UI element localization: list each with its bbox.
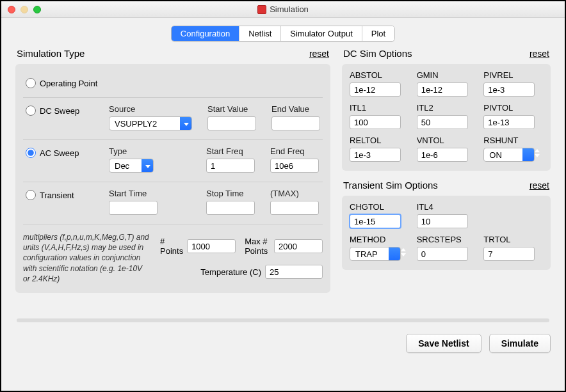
ac-start-input[interactable] [206,159,255,173]
radio-transient[interactable] [26,190,36,200]
tran-tmax-label: (TMAX) [270,189,319,198]
rshunt-select[interactable]: ON [483,148,535,162]
tran-tmax-input[interactable] [270,201,319,215]
tab-bar-row: Configuration Netlist Simulator Output P… [15,26,551,42]
dc-source-select[interactable]: VSUPPLY2 [109,116,192,130]
dc-options-title: DC Sim Options [343,48,412,59]
row-notes-points: multipliers (f,p,n,u,m,K,Meg,G,T) and un… [23,224,323,284]
chgtol-input[interactable] [350,214,401,228]
srcsteps-input[interactable] [417,247,468,261]
tab-bar: Configuration Netlist Simulator Output P… [171,26,395,42]
itl2-label: ITL2 [417,103,476,113]
ac-start-label: Start Freq [206,146,255,156]
method-select[interactable]: TRAP [350,247,401,261]
trtol-input[interactable] [483,247,535,261]
reltol-input[interactable] [350,148,401,162]
srcsteps-label: SRCSTEPS [417,235,476,244]
tran-stop-label: Stop Time [206,189,255,198]
ac-type-label: Type [109,146,154,156]
dc-start-label: Start Value [207,104,256,114]
itl1-input[interactable] [350,115,401,129]
dc-start-input[interactable] [207,116,256,130]
tran-start-input[interactable] [109,201,158,215]
points-label: # Points [160,237,183,256]
row-operating-point: Operating Point [23,70,323,97]
radio-ac-sweep[interactable] [26,148,36,158]
gmin-label: GMIN [417,70,476,80]
save-netlist-button[interactable]: Save Netlist [406,334,481,353]
gmin-input[interactable] [417,82,468,97]
transient-options-reset[interactable]: reset [530,180,549,191]
label-ac-sweep: AC Sweep [40,148,79,158]
ac-end-input[interactable] [270,159,319,173]
simulation-type-panel: Operating Point DC Sweep Source [15,64,330,293]
pivtol-input[interactable] [483,115,535,129]
ac-end-label: End Freq [270,146,319,156]
dc-source-label: Source [109,104,192,114]
tab-plot[interactable]: Plot [362,26,394,41]
radio-dc-sweep[interactable] [26,106,36,116]
tran-stop-input[interactable] [206,201,255,215]
simulation-type-title: Simulation Type [17,48,85,59]
itl1-label: ITL1 [350,103,409,113]
label-operating-point: Operating Point [40,79,97,88]
method-label: METHOD [350,235,409,244]
tab-simulator-output[interactable]: Simulator Output [280,26,362,41]
simulation-window: Simulation Configuration Netlist Simulat… [0,0,566,392]
app-icon [257,5,266,14]
itl4-input[interactable] [417,214,468,228]
tran-start-label: Start Time [109,189,158,198]
trtol-label: TRTOL [483,235,543,244]
footer-buttons: Save Netlist Simulate [15,334,551,353]
max-points-input[interactable] [274,239,323,253]
dc-end-input[interactable] [271,116,320,130]
label-transient: Transient [40,191,74,200]
itl4-label: ITL4 [417,202,476,212]
itl2-input[interactable] [417,115,468,129]
simulation-type-reset[interactable]: reset [309,49,329,59]
max-points-label: Max # Points [245,237,270,256]
rshunt-label: RSHUNT [483,136,543,145]
window-title: Simulation [270,4,309,14]
points-input[interactable] [187,239,236,253]
radio-operating-point[interactable] [26,78,36,88]
label-dc-sweep: DC Sweep [40,106,79,116]
temperature-input[interactable] [265,265,323,279]
transient-options-title: Transient Sim Options [343,180,438,191]
pivrel-label: PIVREL [483,70,543,80]
tab-configuration[interactable]: Configuration [172,26,239,41]
vntol-label: VNTOL [417,136,476,145]
temperature-label: Temperature (C) [200,267,261,277]
abstol-input[interactable] [350,82,401,97]
tab-netlist[interactable]: Netlist [239,26,280,41]
reltol-label: RELTOL [350,136,409,145]
pivtol-label: PIVTOL [483,103,543,113]
dc-end-label: End Value [271,104,320,114]
dc-options-reset[interactable]: reset [530,49,549,59]
vntol-input[interactable] [417,148,468,162]
titlebar: Simulation [1,1,565,18]
row-ac-sweep: AC Sweep Type Dec [23,139,323,182]
simulate-button[interactable]: Simulate [489,334,551,353]
dc-options-panel: ABSTOL GMIN PIVREL ITL1 ITL2 PIVTOL RELT… [342,64,551,171]
ac-type-select[interactable]: Dec [109,159,154,173]
row-dc-sweep: DC Sweep Source VSUPPLY2 [23,97,323,139]
transient-options-panel: CHGTOL ITL4 METHOD TRAP SRCSTEPS [342,196,551,270]
multipliers-note: multipliers (f,p,n,u,m,K,Meg,G,T) and un… [23,232,151,284]
progress-bar [17,318,549,322]
pivrel-input[interactable] [483,82,535,97]
chgtol-label: CHGTOL [350,202,409,212]
abstol-label: ABSTOL [350,70,409,80]
row-transient: Transient Start Time Stop Time [23,182,323,224]
